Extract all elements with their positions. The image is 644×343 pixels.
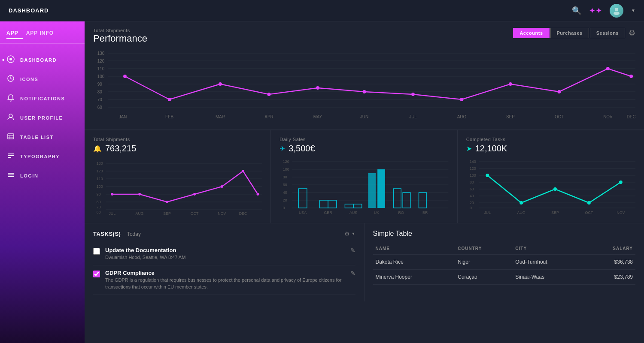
sidebar-label-icons: ICONS [20, 77, 38, 82]
svg-rect-102 [353, 204, 362, 208]
sidebar-item-icons[interactable]: ICONS [0, 69, 85, 89]
stat-card-shipments: Total Shipments 🔔 763,215 130 120 110 10… [85, 130, 271, 223]
svg-rect-99 [320, 200, 328, 208]
svg-text:MAY: MAY [313, 114, 322, 119]
tasks-period: Today [127, 231, 141, 237]
col-header-name: NAME [373, 243, 456, 255]
topnav: DASHBOARD 🔍 ✦✦ ▼ [0, 0, 644, 21]
sidebar-item-table-list[interactable]: TABLE LIST [0, 127, 85, 147]
svg-text:140: 140 [470, 159, 476, 164]
simple-table-section: Simple Table NAME COUNTRY CITY SALARY Da… [365, 223, 644, 301]
svg-point-134 [619, 181, 623, 184]
sidebar-tab-appinfo[interactable]: APP INFO [26, 28, 58, 39]
sidebar-item-typography[interactable]: TYPOGRAPHY [0, 147, 85, 166]
main-layout: APP APP INFO DASHBOARD [0, 21, 644, 343]
table-row: Minerva Hooper Curaçao Sinaai-Waas $23,7… [373, 270, 636, 285]
svg-point-32 [123, 75, 127, 78]
svg-point-5 [9, 114, 12, 117]
avatar[interactable] [610, 4, 623, 18]
svg-point-43 [629, 75, 633, 78]
search-icon[interactable]: 🔍 [572, 6, 581, 15]
svg-point-33 [168, 98, 171, 101]
svg-text:100: 100 [470, 173, 476, 178]
svg-text:110: 110 [97, 66, 105, 71]
svg-text:60: 60 [97, 105, 102, 110]
stat-value-row-2: ➤ 12,100K [466, 144, 635, 153]
svg-point-3 [9, 58, 12, 60]
user-icon [6, 113, 15, 122]
svg-text:JUL: JUL [484, 211, 491, 215]
task-checkbox-0[interactable] [93, 248, 100, 255]
tab-accounts[interactable]: Accounts [513, 28, 549, 38]
svg-point-40 [509, 82, 512, 86]
svg-rect-104 [377, 169, 385, 208]
sidebar-item-notifications[interactable]: NOTIFICATIONS [0, 89, 85, 108]
svg-point-76 [242, 170, 244, 172]
svg-text:130: 130 [97, 161, 103, 165]
col-header-city: CITY [513, 243, 586, 255]
svg-point-77 [257, 193, 259, 196]
sidebar-label-notifications: NOTIFICATIONS [20, 96, 65, 101]
simple-table: NAME COUNTRY CITY SALARY Dakota Rice Nig… [373, 243, 636, 285]
performance-title: Performance [93, 33, 147, 44]
table-row: Dakota Rice Niger Oud-Turnhout $36,738 [373, 255, 636, 270]
svg-rect-103 [368, 173, 376, 208]
dashboard-title: DASHBOARD [9, 7, 49, 14]
svg-point-72 [138, 193, 141, 196]
svg-point-41 [557, 90, 561, 93]
tab-sessions[interactable]: Sessions [590, 28, 625, 38]
svg-point-75 [221, 185, 223, 188]
activity-icon[interactable]: ✦✦ [589, 6, 602, 15]
tab-purchases[interactable]: Purchases [550, 28, 589, 38]
svg-text:80: 80 [470, 180, 474, 184]
svg-text:AUS: AUS [349, 211, 357, 215]
perf-tabs: Accounts Purchases Sessions [513, 28, 625, 38]
svg-point-71 [111, 193, 113, 196]
svg-text:GER: GER [324, 211, 333, 215]
tasks-settings-button[interactable]: ⚙ ▼ [344, 230, 355, 237]
svg-point-73 [166, 201, 168, 203]
sidebar-tab-app[interactable]: APP [6, 28, 23, 39]
bottom-row: TASKS(S) Today ⚙ ▼ Update the Documentat… [85, 223, 644, 301]
svg-text:60: 60 [97, 210, 101, 214]
svg-text:60: 60 [283, 183, 287, 187]
stat-card-tasks: Completed Tasks ➤ 12,100K 140 120 100 80… [458, 130, 644, 223]
svg-text:AUG: AUG [517, 211, 525, 215]
svg-text:JUL: JUL [409, 114, 417, 119]
stats-row: Total Shipments 🔔 763,215 130 120 110 10… [85, 130, 644, 223]
sidebar-label-login: LOGIN [20, 173, 38, 178]
svg-point-37 [363, 90, 366, 93]
task-checkbox-1[interactable] [93, 271, 100, 277]
svg-text:120: 120 [97, 169, 103, 173]
cell-country: Curaçao [455, 270, 513, 285]
performance-section: Total Shipments Performance Accounts Pur… [85, 21, 644, 130]
svg-text:UK: UK [374, 211, 379, 215]
stat-subtitle-0: Total Shipments [93, 137, 262, 142]
sidebar-label-user-profile: USER PROFILE [20, 115, 63, 120]
performance-subtitle: Total Shipments [93, 28, 147, 33]
svg-point-42 [606, 67, 610, 70]
svg-text:DEC: DEC [627, 114, 635, 119]
svg-point-74 [193, 193, 196, 196]
icons-icon [6, 75, 15, 84]
tasks-section: TASKS(S) Today ⚙ ▼ Update the Documentat… [85, 223, 365, 301]
svg-text:BR: BR [422, 211, 428, 215]
svg-text:OCT: OCT [585, 211, 593, 215]
cell-city: Sinaai-Waas [513, 270, 586, 285]
sidebar-item-dashboard[interactable]: DASHBOARD [0, 50, 85, 69]
avatar-chevron[interactable]: ▼ [631, 8, 635, 13]
sidebar-item-user-profile[interactable]: USER PROFILE [0, 108, 85, 127]
task-edit-0[interactable]: ✎ [350, 247, 355, 254]
svg-text:AUG: AUG [136, 211, 144, 216]
performance-settings-button[interactable]: ⚙ [629, 28, 635, 38]
sidebar-item-login[interactable]: LOGIN [0, 166, 85, 185]
svg-text:RO: RO [398, 211, 404, 215]
svg-text:90: 90 [97, 82, 102, 87]
svg-point-35 [267, 93, 271, 96]
table-icon [6, 132, 15, 141]
content-area: Total Shipments Performance Accounts Pur… [85, 21, 644, 343]
sidebar: APP APP INFO DASHBOARD [0, 21, 85, 343]
task-edit-1[interactable]: ✎ [350, 270, 355, 277]
svg-text:40: 40 [470, 194, 474, 198]
svg-text:DEC: DEC [239, 211, 247, 216]
